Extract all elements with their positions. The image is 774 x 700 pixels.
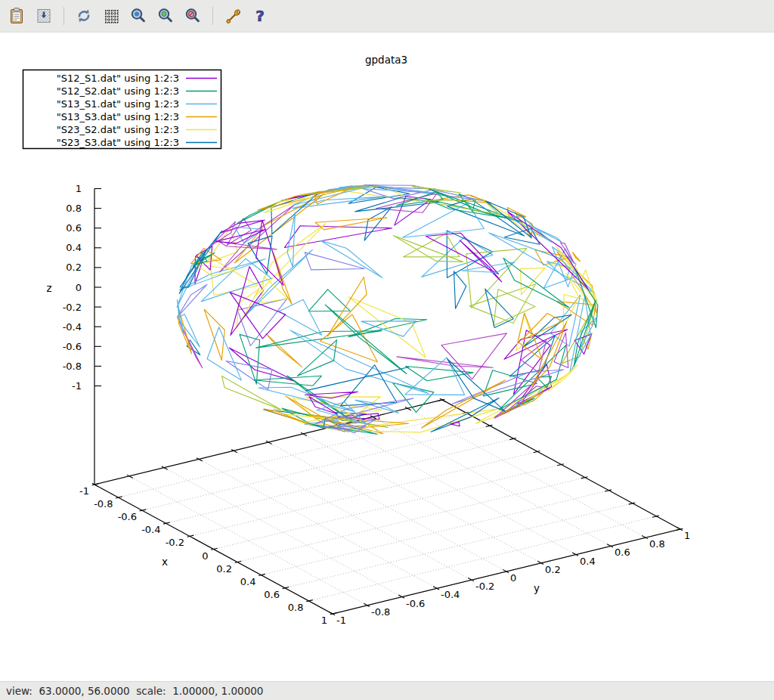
x-axis-label: x <box>162 556 168 568</box>
y-tick-label: -1 <box>336 615 346 626</box>
triangle <box>403 203 485 238</box>
triangle <box>234 194 324 263</box>
x-tick-label: 0 <box>202 550 208 562</box>
triangle <box>297 340 336 376</box>
triangle <box>494 290 535 326</box>
replot-button[interactable] <box>73 5 95 27</box>
triangle <box>462 262 515 273</box>
triangle <box>397 357 493 367</box>
triangle <box>284 226 392 248</box>
plot-svg[interactable]: -1-1-1-0.8-0.8-0.8-0.6-0.6-0.6-0.4-0.4-0… <box>0 33 774 681</box>
z-tick-label: 0 <box>76 282 82 293</box>
base-border <box>94 400 680 614</box>
z-tick-label: -0.2 <box>63 302 82 313</box>
x-tick-label: -0.2 <box>166 537 184 548</box>
triangle <box>222 376 280 410</box>
z-tick-label: 0.2 <box>66 262 82 273</box>
z-tick-label: -0.6 <box>63 341 82 352</box>
legend-entry-label: "S13_S3.dat" using 1:2:3 <box>57 111 179 122</box>
triangle-data <box>177 185 598 435</box>
status-bar: view: 63.0000, 56.0000 scale: 1.00000, 1… <box>0 681 774 700</box>
triangle <box>572 252 580 262</box>
triangle <box>454 271 466 308</box>
triangle <box>500 345 566 410</box>
triangle <box>348 297 426 358</box>
clipboard-icon <box>8 7 26 25</box>
triangle <box>404 234 460 257</box>
triangle <box>580 270 595 299</box>
y-tick-label: -0.8 <box>371 606 390 618</box>
triangle <box>196 265 237 276</box>
svg-text:?: ? <box>255 7 265 25</box>
plot-canvas[interactable]: -1-1-1-0.8-0.8-0.8-0.6-0.6-0.6-0.4-0.4-0… <box>0 33 774 681</box>
toolbar-separator <box>63 7 64 25</box>
x-tick-label: -0.4 <box>141 524 160 535</box>
triangle <box>179 231 221 294</box>
x-tick-label: 0.2 <box>216 563 232 575</box>
triangle <box>422 380 506 428</box>
z-tick-label: 0.6 <box>66 222 82 234</box>
x-tick-label: 0.6 <box>264 589 280 600</box>
autoscale-button[interactable] <box>181 5 204 27</box>
toolbar-separator <box>212 7 213 25</box>
triangle <box>305 367 409 391</box>
wrench-icon <box>224 7 242 25</box>
triangle <box>305 252 364 270</box>
legend-entry-label: "S13_S1.dat" using 1:2:3 <box>57 98 179 110</box>
copy-clipboard-button[interactable] <box>5 5 28 27</box>
zoom-next-button[interactable] <box>154 5 177 27</box>
x-tick-label: -0.8 <box>94 498 113 510</box>
z-axis-label: z <box>46 282 51 294</box>
toolbar: ? <box>0 0 774 33</box>
triangle <box>364 207 392 241</box>
export-image-icon <box>35 7 53 25</box>
zoom-next-icon <box>156 7 175 25</box>
x-tick-label: 1 <box>321 615 327 626</box>
y-tick-label: -0.2 <box>475 581 494 592</box>
refresh-icon <box>75 7 93 25</box>
y-tick-label: -0.4 <box>441 589 460 600</box>
z-tick-label: 0.8 <box>66 203 82 214</box>
help-icon: ? <box>251 7 269 25</box>
grid-icon <box>102 7 120 25</box>
y-tick-label: -0.6 <box>406 598 425 609</box>
triangle <box>441 333 507 379</box>
help-button[interactable]: ? <box>249 5 271 27</box>
x-tick-label: 0.4 <box>240 576 256 587</box>
y-axis-label: y <box>534 582 540 594</box>
x-tick-label: -0.6 <box>118 511 137 522</box>
triangle <box>266 333 302 367</box>
z-tick-label: 0.4 <box>66 242 82 253</box>
triangle <box>341 365 397 406</box>
y-tick-label: 0.8 <box>649 538 665 550</box>
z-tick-label: -0.8 <box>63 361 82 372</box>
zoom-previous-button[interactable] <box>127 5 150 27</box>
y-tick-label: 0.2 <box>545 564 561 575</box>
y-tick-label: 0.6 <box>615 547 630 558</box>
triangle <box>279 299 322 335</box>
x-tick-label: 0.8 <box>288 602 304 613</box>
base-grid <box>94 400 680 614</box>
triangle <box>548 365 577 391</box>
tick-marks <box>92 189 683 615</box>
triangle <box>489 233 595 293</box>
triangle <box>393 236 463 262</box>
z-tick-label: 1 <box>76 183 82 194</box>
legend-entry-label: "S12_S2.dat" using 1:2:3 <box>57 85 179 97</box>
triangle <box>204 309 224 360</box>
triangle <box>486 201 531 238</box>
y-tick-label: 0.4 <box>580 556 596 567</box>
x-tick-label: -1 <box>79 485 89 497</box>
zoom-previous-icon <box>129 7 147 25</box>
triangle <box>521 268 546 295</box>
legend: "S12_S1.dat" using 1:2:3"S12_S2.dat" usi… <box>23 70 221 149</box>
triangle <box>290 330 429 394</box>
legend-entry-label: "S23_S3.dat" using 1:2:3 <box>57 137 179 148</box>
toggle-grid-button[interactable] <box>100 5 122 27</box>
y-tick-label: 0 <box>510 572 516 584</box>
export-image-button[interactable] <box>33 5 55 27</box>
configure-button[interactable] <box>221 5 244 27</box>
z-tick-label: -1 <box>72 380 82 392</box>
triangle <box>230 293 286 339</box>
view-status-text: view: 63.0000, 56.0000 scale: 1.00000, 1… <box>6 685 263 697</box>
